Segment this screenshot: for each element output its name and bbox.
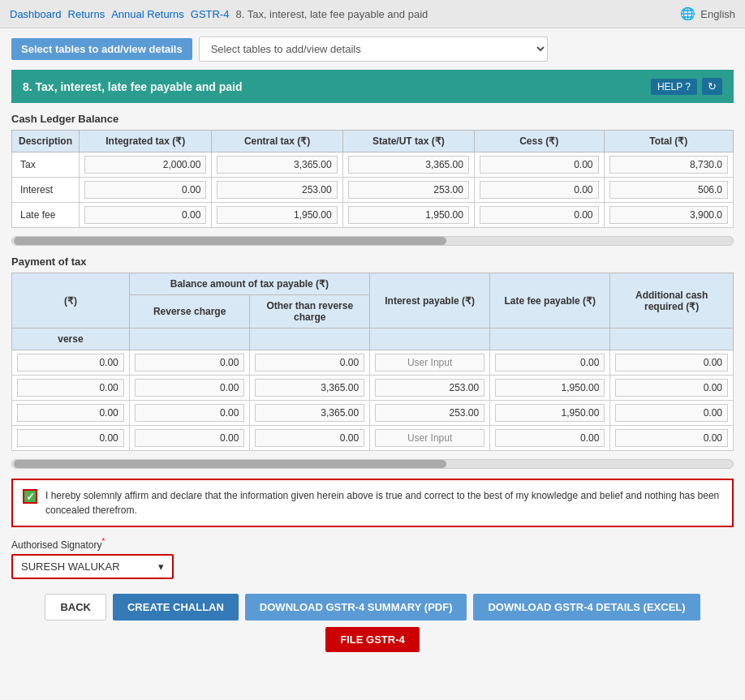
row-tax-cess (474, 152, 604, 178)
row-interest-desc: Interest (12, 178, 80, 203)
col-state: State/UT tax (₹) (342, 131, 474, 152)
section-header: 8. Tax, interest, late fee payable and p… (11, 70, 734, 103)
col-integrated: Integrated tax (₹) (80, 131, 212, 152)
payment-col-other-reverse: Other than reverse charge (250, 295, 370, 329)
cash-ledger-table-scroll: Description Integrated tax (₹) Central t… (11, 130, 734, 228)
nav-dashboard[interactable]: Dashboard (10, 8, 62, 20)
payment-row-4 (12, 426, 734, 451)
p2-latefee[interactable] (495, 379, 605, 397)
row-latefee-central (212, 203, 342, 228)
p1-other[interactable] (255, 354, 364, 371)
payment-row-3 (12, 401, 734, 426)
auth-section: Authorised Signatory* SURESH WALUKAR ▾ (11, 537, 734, 579)
payment-scrollbar[interactable] (11, 459, 734, 469)
payment-row-2 (12, 376, 734, 401)
tax-integrated-input[interactable] (84, 156, 206, 174)
latefee-integrated-input[interactable] (84, 206, 206, 224)
p4-latefee[interactable] (495, 429, 605, 447)
breadcrumb: Dashboard Returns Annual Returns GSTR-4 … (10, 8, 428, 20)
latefee-cess-input[interactable] (480, 206, 599, 224)
payment-heading: Payment of tax (11, 256, 734, 268)
p1-rupee[interactable] (17, 354, 124, 371)
auth-signatory-dropdown[interactable]: SURESH WALUKAR ▾ (11, 554, 174, 579)
row-tax-desc: Tax (12, 152, 80, 178)
p3-reverse[interactable] (135, 404, 245, 422)
payment-subhead-verse: verse (12, 329, 130, 350)
payment-row-1 (12, 350, 734, 376)
p3-rupee[interactable] (17, 404, 124, 422)
payment-subhead-rc (129, 329, 250, 350)
p2-rupee[interactable] (17, 379, 124, 397)
tax-state-input[interactable] (348, 156, 469, 174)
payment-table-scroll: (₹) Balance amount of tax payable (₹) In… (11, 273, 734, 451)
payment-col-rupee: (₹) (12, 273, 130, 329)
latefee-central-input[interactable] (217, 206, 337, 224)
p1-interest[interactable] (375, 354, 484, 371)
p3-latefee[interactable] (495, 404, 605, 422)
row-tax-total (604, 152, 734, 178)
scroll-thumb (14, 237, 446, 245)
interest-state-input[interactable] (348, 181, 469, 199)
interest-integrated-input[interactable] (84, 181, 206, 199)
help-button[interactable]: HELP ? (651, 79, 697, 95)
p3-additional[interactable] (615, 404, 728, 422)
p4-reverse[interactable] (135, 429, 245, 447)
download-excel-button[interactable]: DOWNLOAD GSTR-4 DETAILS (EXCEL) (473, 594, 700, 621)
p4-rupee[interactable] (17, 429, 124, 447)
create-challan-button[interactable]: CREATE CHALLAN (113, 594, 239, 621)
payment-subhead-orc (250, 329, 370, 350)
nav-annual-returns[interactable]: Annual Returns (111, 8, 184, 20)
p3-interest[interactable] (375, 404, 484, 422)
row-latefee-cess (474, 203, 604, 228)
cash-ledger-scrollbar[interactable] (11, 236, 734, 246)
p1-additional[interactable] (615, 354, 728, 371)
row-latefee-integrated (80, 203, 212, 228)
payment-subhead-lfp (490, 329, 610, 350)
payment-col-reverse: Reverse charge (129, 295, 250, 329)
p2-interest[interactable] (375, 379, 484, 397)
section-header-actions: HELP ? ↻ (651, 78, 722, 95)
table-row: Tax (12, 152, 734, 178)
p2-additional[interactable] (615, 379, 728, 397)
nav-returns[interactable]: Returns (68, 8, 106, 20)
top-nav: Dashboard Returns Annual Returns GSTR-4 … (0, 0, 745, 28)
p1-reverse[interactable] (135, 354, 245, 371)
auth-signatory-value: SURESH WALUKAR (21, 560, 120, 573)
tax-cess-input[interactable] (480, 156, 599, 174)
p4-other[interactable] (255, 429, 364, 447)
back-button[interactable]: BACK (45, 594, 106, 621)
section-title: 8. Tax, interest, late fee payable and p… (23, 80, 243, 93)
declaration-checkbox[interactable] (23, 489, 37, 504)
p3-other[interactable] (255, 404, 364, 422)
p4-additional[interactable] (615, 429, 728, 447)
p1-latefee[interactable] (495, 354, 605, 371)
latefee-state-input[interactable] (348, 206, 469, 224)
p4-interest[interactable] (375, 429, 484, 447)
col-central: Central tax (₹) (212, 131, 342, 152)
file-gstr4-button[interactable]: FILE GSTR-4 (325, 627, 419, 652)
interest-total-input[interactable] (609, 181, 729, 199)
payment-col-late-fee: Late fee payable (₹) (490, 273, 610, 329)
row-interest-state (342, 178, 474, 203)
row-latefee-total (604, 203, 734, 228)
declaration-section: I hereby solemnly affirm and declare tha… (11, 479, 734, 527)
auth-label: Authorised Signatory* (11, 537, 734, 551)
tax-total-input[interactable] (609, 156, 729, 174)
col-cess: Cess (₹) (474, 131, 604, 152)
help-icon: ? (685, 81, 691, 92)
refresh-button[interactable]: ↻ (702, 78, 722, 95)
interest-central-input[interactable] (217, 181, 337, 199)
p2-other[interactable] (255, 379, 364, 397)
col-total: Total (₹) (604, 131, 734, 152)
nav-gstr4[interactable]: GSTR-4 (191, 8, 230, 20)
tax-central-input[interactable] (217, 156, 337, 174)
p2-reverse[interactable] (135, 379, 245, 397)
row-interest-cess (474, 178, 604, 203)
latefee-total-input[interactable] (609, 206, 729, 224)
select-tables-label: Select tables to add/view details (11, 38, 192, 60)
download-pdf-button[interactable]: DOWNLOAD GSTR-4 SUMMARY (PDF) (245, 594, 467, 621)
interest-cess-input[interactable] (480, 181, 599, 199)
select-tables-dropdown[interactable]: Select tables to add/view details (199, 37, 548, 62)
row-tax-central (212, 152, 342, 178)
table-row: Interest (12, 178, 734, 203)
